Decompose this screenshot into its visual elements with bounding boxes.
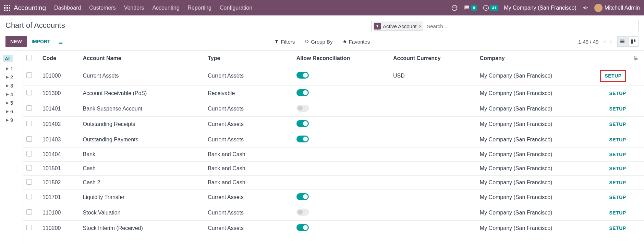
new-button[interactable]: NEW	[5, 36, 27, 47]
messages-icon[interactable]: 8	[463, 4, 477, 11]
tree-item-2[interactable]: ▶2	[3, 73, 20, 81]
row-checkbox[interactable]	[26, 194, 32, 199]
row-checkbox[interactable]	[26, 209, 32, 215]
table-row[interactable]: 101402Outstanding ReceiptsCurrent Assets…	[23, 117, 644, 132]
support-icon[interactable]	[451, 4, 458, 11]
setup-button[interactable]: SETUP	[609, 195, 626, 200]
table-row[interactable]: 101701Liquidity TransferCurrent AssetsMy…	[23, 190, 644, 205]
app-title[interactable]: Accounting	[14, 4, 46, 12]
favorites-button[interactable]: Favorites	[342, 39, 370, 45]
reconcile-toggle[interactable]	[296, 105, 309, 112]
cell-reconcile	[293, 132, 390, 148]
reconcile-toggle[interactable]	[296, 136, 309, 142]
setup-button[interactable]: SETUP	[609, 106, 626, 112]
cell-name: Outstanding Payments	[80, 132, 205, 148]
filters-button[interactable]: Filters	[274, 39, 295, 45]
row-checkbox[interactable]	[26, 151, 32, 156]
table-row[interactable]: 110100Stock ValuationCurrent AssetsMy Co…	[23, 205, 644, 221]
header-currency[interactable]: Account Currency	[390, 51, 476, 66]
table-row[interactable]: 101401Bank Suspense AccountCurrent Asset…	[23, 101, 644, 117]
pager-prev[interactable]: ‹	[603, 37, 607, 46]
menu-vendors[interactable]: Vendors	[124, 5, 144, 11]
tree-item-1[interactable]: ▶1	[3, 64, 20, 73]
table-row[interactable]: 101502Cash 2Bank and CashMy Company (San…	[23, 176, 644, 190]
list-view-button[interactable]	[617, 36, 628, 47]
setup-button[interactable]: SETUP	[609, 121, 626, 127]
setup-button[interactable]: SETUP	[609, 91, 626, 96]
reconcile-toggle[interactable]	[296, 89, 309, 96]
tree-item-3[interactable]: ▶3	[3, 81, 20, 90]
search-input[interactable]	[425, 22, 637, 31]
cell-company: My Company (San Francisco)	[476, 221, 589, 236]
row-checkbox[interactable]	[26, 121, 32, 126]
table-row[interactable]: 101300Account Receivable (PoS)Receivable…	[23, 86, 644, 101]
caret-icon: ▶	[6, 101, 9, 105]
reconcile-toggle[interactable]	[296, 209, 309, 216]
company-selector[interactable]: My Company (San Francisco)	[504, 5, 576, 11]
row-checkbox[interactable]	[26, 225, 32, 230]
menu-configuration[interactable]: Configuration	[220, 5, 252, 11]
menu-dashboard[interactable]: Dashboard	[54, 5, 81, 11]
cell-code: 101701	[39, 190, 80, 205]
setup-button[interactable]: SETUP	[609, 152, 626, 157]
cell-type: Receivable	[204, 86, 293, 101]
reconcile-toggle[interactable]	[296, 193, 309, 200]
reconcile-toggle[interactable]	[296, 72, 309, 79]
row-checkbox[interactable]	[26, 90, 32, 95]
header-type[interactable]: Type	[204, 51, 293, 66]
header-name[interactable]: Account Name	[80, 51, 205, 66]
table-row[interactable]: 101501CashBank and CashMy Company (San F…	[23, 162, 644, 176]
svg-rect-12	[620, 40, 624, 40]
table-row[interactable]: 101000Current AssetsCurrent AssetsUSDMy …	[23, 66, 644, 86]
menu-customers[interactable]: Customers	[89, 5, 116, 11]
reconcile-toggle[interactable]	[296, 224, 309, 231]
setup-button[interactable]: SETUP	[605, 73, 621, 79]
tree-item-5[interactable]: ▶5	[3, 98, 20, 107]
table-row[interactable]: 101403Outstanding PaymentsCurrent Assets…	[23, 132, 644, 148]
setup-button[interactable]: SETUP	[609, 166, 626, 171]
select-all-checkbox[interactable]	[26, 55, 32, 60]
row-checkbox[interactable]	[26, 72, 32, 78]
setup-button[interactable]: SETUP	[609, 137, 626, 142]
tree-all[interactable]: All	[3, 55, 13, 62]
cell-code: 101404	[39, 148, 80, 162]
setup-button[interactable]: SETUP	[609, 180, 626, 185]
tree-item-9[interactable]: ▶9	[3, 116, 20, 124]
groupby-button[interactable]: Group By	[304, 39, 332, 45]
tree-item-6[interactable]: ▶6	[3, 107, 20, 116]
tree-item-4[interactable]: ▶4	[3, 90, 20, 98]
cell-name: Liquidity Transfer	[80, 190, 205, 205]
svg-rect-8	[9, 10, 10, 11]
row-checkbox[interactable]	[26, 165, 32, 171]
svg-rect-15	[631, 39, 633, 44]
row-checkbox[interactable]	[26, 105, 32, 111]
header-reconcile[interactable]: Allow Reconciliation	[293, 51, 390, 66]
pager-text[interactable]: 1-49 / 49	[578, 39, 598, 45]
kanban-view-button[interactable]	[628, 36, 639, 47]
cell-type: Bank and Cash	[204, 148, 293, 162]
header-code[interactable]: Code	[39, 51, 80, 66]
table-row[interactable]: 101404BankBank and CashMy Company (San F…	[23, 148, 644, 162]
setup-button[interactable]: SETUP	[609, 225, 626, 231]
activities-icon[interactable]: 41	[483, 4, 498, 11]
cell-name: Current Assets	[80, 66, 205, 86]
column-settings-icon[interactable]	[630, 51, 644, 66]
header-company[interactable]: Company	[476, 51, 589, 66]
row-checkbox[interactable]	[26, 179, 32, 185]
user-menu[interactable]: Mitchell Admin	[594, 4, 640, 12]
pager-next[interactable]: ›	[609, 37, 613, 46]
reconcile-toggle[interactable]	[296, 120, 309, 127]
debug-icon[interactable]	[582, 4, 589, 11]
apps-icon[interactable]	[4, 5, 10, 11]
menu-accounting[interactable]: Accounting	[152, 5, 179, 11]
cell-company: My Company (San Francisco)	[476, 148, 589, 162]
facet-remove[interactable]: ×	[418, 23, 422, 29]
row-checkbox[interactable]	[26, 136, 32, 142]
setup-button[interactable]: SETUP	[609, 210, 626, 216]
import-button[interactable]: IMPORT	[27, 36, 55, 47]
cell-code: 101000	[39, 66, 80, 86]
search-box[interactable]: Active Account ×	[371, 20, 639, 32]
download-icon[interactable]	[55, 36, 66, 47]
menu-reporting[interactable]: Reporting	[188, 5, 211, 11]
table-row[interactable]: 110200Stock Interim (Received)Current As…	[23, 221, 644, 236]
